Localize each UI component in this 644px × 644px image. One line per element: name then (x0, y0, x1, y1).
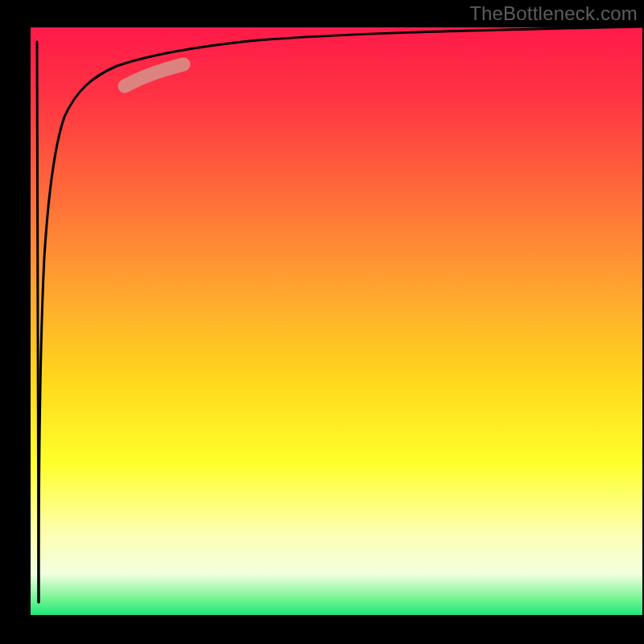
chart-stage: TheBottleneck.com (0, 0, 644, 644)
watermark-text: TheBottleneck.com (469, 2, 638, 25)
plot-area (31, 27, 642, 615)
chart-svg (0, 0, 644, 644)
